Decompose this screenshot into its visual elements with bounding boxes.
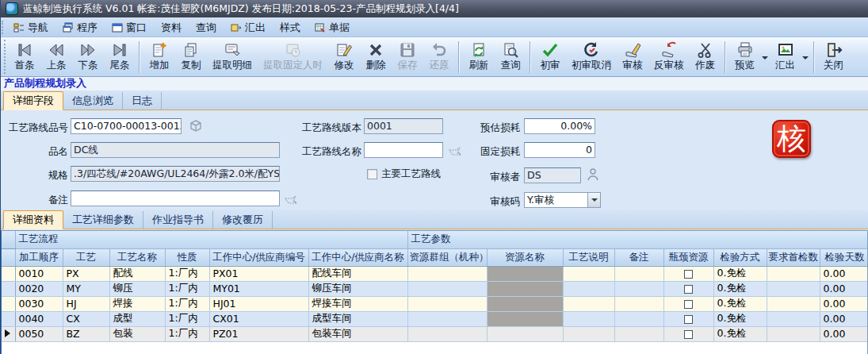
menu-item-3[interactable]: 窗口 bbox=[105, 19, 154, 37]
row-selector[interactable] bbox=[2, 281, 15, 296]
dropdown-arrow-icon[interactable] bbox=[761, 39, 770, 75]
cell-工作中心/供应商编号[interactable]: PX01 bbox=[209, 266, 308, 281]
cell-检验天数[interactable]: 0.00 bbox=[820, 326, 868, 341]
table-row[interactable]: 0030HJ焊接1:厂内HJ01焊接车间0.免检0.00 bbox=[2, 296, 868, 311]
cell-工艺[interactable]: MY bbox=[63, 281, 109, 296]
cell-性质[interactable]: 1:厂内 bbox=[165, 296, 209, 311]
toolbar-button-void[interactable]: 作废 bbox=[690, 39, 721, 75]
cell-瓶颈资源[interactable] bbox=[663, 266, 713, 281]
cell-工艺说明[interactable] bbox=[563, 281, 614, 296]
cell-检验天数[interactable]: 0.00 bbox=[820, 281, 868, 296]
bottleneck-checkbox[interactable] bbox=[684, 330, 693, 339]
cell-备注[interactable] bbox=[614, 296, 663, 311]
cell-检验方式[interactable]: 0.免检 bbox=[713, 296, 767, 311]
tab-grid-3[interactable]: 作业指导书 bbox=[143, 211, 213, 229]
tab-grid-2[interactable]: 工艺详细参数 bbox=[63, 211, 143, 229]
cell-资源名称[interactable] bbox=[487, 296, 563, 311]
toolbar-button-preview[interactable]: 预览 bbox=[729, 39, 761, 75]
cell-性质[interactable]: 1:厂内 bbox=[165, 281, 209, 296]
bottleneck-checkbox[interactable] bbox=[684, 270, 693, 279]
cell-瓶颈资源[interactable] bbox=[663, 311, 713, 326]
menu-item-7[interactable]: 样式 bbox=[273, 19, 308, 37]
cell-资源名称[interactable] bbox=[487, 326, 563, 341]
cell-工艺[interactable]: BZ bbox=[63, 326, 109, 341]
cell-资源名称[interactable] bbox=[487, 281, 563, 296]
cell-加工顺序[interactable]: 0040 bbox=[15, 311, 63, 326]
cell-备注[interactable] bbox=[614, 326, 663, 341]
cell-资源群组（机种）[interactable] bbox=[407, 266, 487, 281]
main-route-checkbox[interactable]: 主要工艺路线 bbox=[367, 167, 441, 181]
cell-检验方式[interactable]: 0.免检 bbox=[713, 266, 767, 281]
table-row[interactable]: 0040CX成型1:厂内CX01成型车间0.免检0.00 bbox=[2, 311, 868, 326]
route-item-input[interactable]: C10-0700-00013-00135 bbox=[71, 118, 182, 134]
cell-备注[interactable] bbox=[614, 311, 663, 326]
tab-detail-1[interactable]: 详细字段 bbox=[3, 91, 63, 110]
toolbar-button-add[interactable]: 增加 bbox=[143, 39, 175, 75]
cell-资源名称[interactable] bbox=[487, 311, 563, 326]
cell-工艺说明[interactable] bbox=[563, 311, 614, 326]
menu-item-2[interactable]: 程序 bbox=[55, 19, 105, 37]
cell-工艺名称[interactable]: 包装 bbox=[109, 326, 165, 341]
toolbar-button-check[interactable]: 初审 bbox=[534, 39, 566, 75]
cell-要求首检数[interactable] bbox=[767, 311, 820, 326]
toolbar-button-cancelcheck[interactable]: 初审取消 bbox=[566, 39, 617, 75]
cell-检验天数[interactable]: 0.00 bbox=[820, 296, 868, 311]
item-lookup-icon[interactable] bbox=[188, 118, 204, 134]
toolbar-button-close[interactable]: 关闭 bbox=[818, 39, 850, 75]
menu-item-4[interactable]: 资料 bbox=[154, 19, 189, 37]
cell-工艺名称[interactable]: 焊接 bbox=[109, 296, 165, 311]
toolbar-button-export[interactable]: 汇出 bbox=[770, 39, 801, 75]
cell-性质[interactable]: 1:厂内 bbox=[165, 266, 209, 281]
cell-工作中心/供应商编号[interactable]: CX01 bbox=[209, 311, 308, 326]
cell-要求首检数[interactable] bbox=[767, 281, 820, 296]
menu-item-5[interactable]: 查询 bbox=[189, 19, 224, 37]
bottleneck-checkbox[interactable] bbox=[684, 300, 693, 309]
cell-工艺[interactable]: HJ bbox=[63, 296, 109, 311]
menu-item-1[interactable]: 导航 bbox=[6, 19, 55, 37]
cell-备注[interactable] bbox=[614, 266, 663, 281]
cell-检验方式[interactable]: 0.免检 bbox=[713, 311, 767, 326]
cell-加工顺序[interactable]: 0020 bbox=[15, 281, 63, 296]
cell-要求首检数[interactable] bbox=[767, 266, 820, 281]
cell-工艺[interactable]: CX bbox=[63, 311, 109, 326]
cell-工艺说明[interactable] bbox=[563, 296, 614, 311]
cell-工作中心/供应商名称[interactable]: 焊接车间 bbox=[308, 296, 407, 311]
toolbar-button-unapprove[interactable]: 反审核 bbox=[648, 39, 690, 75]
cell-工作中心/供应商名称[interactable]: 成型车间 bbox=[308, 311, 407, 326]
tab-grid-1[interactable]: 详细资料 bbox=[3, 210, 63, 229]
row-selector[interactable] bbox=[2, 296, 15, 311]
cell-工作中心/供应商编号[interactable]: PZ01 bbox=[209, 326, 308, 341]
bottleneck-checkbox[interactable] bbox=[684, 285, 693, 294]
toolbar-button-last[interactable]: 尾条 bbox=[104, 39, 136, 75]
cell-要求首检数[interactable] bbox=[767, 326, 820, 341]
cell-工作中心/供应商名称[interactable]: 包装车间 bbox=[308, 326, 407, 341]
cell-检验方式[interactable]: 0.免检 bbox=[713, 326, 767, 341]
cell-工艺名称[interactable]: 铆压 bbox=[109, 281, 165, 296]
est-loss-input[interactable]: 0.00% bbox=[524, 118, 595, 134]
cell-工艺[interactable]: PX bbox=[63, 266, 109, 281]
table-row[interactable]: 0020MY铆压1:厂内MY01铆压车间0.免检0.00 bbox=[2, 281, 868, 296]
toolbar-button-approve[interactable]: 审核 bbox=[617, 39, 648, 75]
cell-工艺说明[interactable] bbox=[563, 266, 614, 281]
cell-备注[interactable] bbox=[614, 281, 663, 296]
cell-资源群组（机种）[interactable] bbox=[407, 296, 487, 311]
cell-资源名称[interactable] bbox=[487, 266, 563, 281]
toolbar-button-copy[interactable]: 复制 bbox=[175, 39, 207, 75]
cell-瓶颈资源[interactable] bbox=[663, 281, 713, 296]
remark-memo-icon[interactable] bbox=[283, 190, 299, 206]
cell-工艺说明[interactable] bbox=[563, 326, 614, 341]
toolbar-button-first[interactable]: 首条 bbox=[9, 39, 40, 75]
remark-input[interactable] bbox=[71, 190, 280, 206]
cell-瓶颈资源[interactable] bbox=[663, 296, 713, 311]
cell-加工顺序[interactable]: 0010 bbox=[15, 266, 63, 281]
person-icon[interactable] bbox=[585, 167, 601, 183]
cell-工作中心/供应商编号[interactable]: MY01 bbox=[209, 281, 308, 296]
tab-detail-3[interactable]: 日志 bbox=[123, 92, 162, 110]
row-selector[interactable] bbox=[2, 311, 15, 326]
cell-资源群组（机种）[interactable] bbox=[407, 326, 487, 341]
cell-性质[interactable]: 1:厂内 bbox=[165, 326, 209, 341]
row-selector[interactable] bbox=[2, 266, 15, 281]
cell-资源群组（机种）[interactable] bbox=[407, 311, 487, 326]
cell-性质[interactable]: 1:厂内 bbox=[165, 311, 209, 326]
table-row[interactable]: 0010PX配线1:厂内PX01配线车间0.免检0.00 bbox=[2, 266, 868, 281]
